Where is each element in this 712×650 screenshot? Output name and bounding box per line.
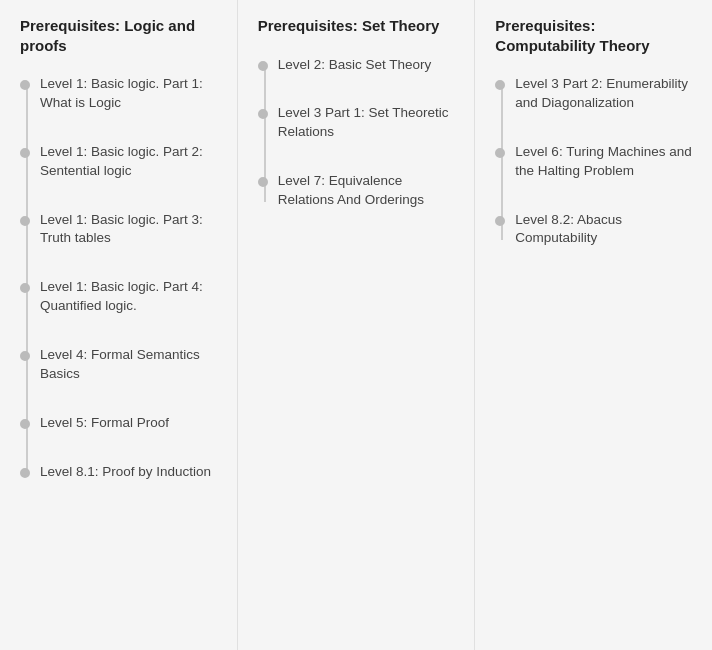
list-item[interactable]: Level 7: Equivalence Relations And Order… [278, 172, 459, 210]
list-item[interactable]: Level 4: Formal Semantics Basics [40, 346, 221, 384]
timeline-computability: Level 3 Part 2: Enumerability and Diagon… [495, 75, 696, 248]
timeline-item-text: Level 5: Formal Proof [40, 414, 221, 433]
timeline-dot [20, 419, 30, 429]
column-header-set-theory: Prerequisites: Set Theory [258, 16, 459, 36]
timeline-dot [258, 109, 268, 119]
timeline-item-text: Level 3 Part 1: Set Theoretic Relations [278, 104, 459, 142]
timeline-dot [495, 148, 505, 158]
timeline-dot [258, 177, 268, 187]
timeline-item-text: Level 1: Basic logic. Part 3: Truth tabl… [40, 211, 221, 249]
list-item[interactable]: Level 1: Basic logic. Part 2: Sentential… [40, 143, 221, 181]
list-item[interactable]: Level 1: Basic logic. Part 4: Quantified… [40, 278, 221, 316]
list-item[interactable]: Level 8.1: Proof by Induction [40, 463, 221, 482]
column-set-theory: Prerequisites: Set TheoryLevel 2: Basic … [238, 0, 476, 650]
list-item[interactable]: Level 3 Part 2: Enumerability and Diagon… [515, 75, 696, 113]
list-item[interactable]: Level 1: Basic logic. Part 3: Truth tabl… [40, 211, 221, 249]
timeline-item-text: Level 8.2: Abacus Computability [515, 211, 696, 249]
list-item[interactable]: Level 2: Basic Set Theory [278, 56, 459, 75]
timeline-dot [20, 80, 30, 90]
timeline-dot [495, 216, 505, 226]
timeline-dot [20, 216, 30, 226]
timeline-set-theory: Level 2: Basic Set TheoryLevel 3 Part 1:… [258, 56, 459, 210]
timeline-dot [258, 61, 268, 71]
timeline-item-text: Level 8.1: Proof by Induction [40, 463, 221, 482]
timeline-dot [20, 148, 30, 158]
columns-container: Prerequisites: Logic and proofsLevel 1: … [0, 0, 712, 650]
timeline-dot [20, 283, 30, 293]
timeline-item-text: Level 6: Turing Machines and the Halting… [515, 143, 696, 181]
column-logic-proofs: Prerequisites: Logic and proofsLevel 1: … [0, 0, 238, 650]
timeline-item-text: Level 1: Basic logic. Part 4: Quantified… [40, 278, 221, 316]
list-item[interactable]: Level 1: Basic logic. Part 1: What is Lo… [40, 75, 221, 113]
column-header-computability: Prerequisites: Computability Theory [495, 16, 696, 55]
timeline-item-text: Level 4: Formal Semantics Basics [40, 346, 221, 384]
list-item[interactable]: Level 6: Turing Machines and the Halting… [515, 143, 696, 181]
timeline-logic-proofs: Level 1: Basic logic. Part 1: What is Lo… [20, 75, 221, 482]
timeline-item-text: Level 3 Part 2: Enumerability and Diagon… [515, 75, 696, 113]
timeline-item-text: Level 1: Basic logic. Part 1: What is Lo… [40, 75, 221, 113]
list-item[interactable]: Level 8.2: Abacus Computability [515, 211, 696, 249]
timeline-item-text: Level 7: Equivalence Relations And Order… [278, 172, 459, 210]
timeline-dot [20, 351, 30, 361]
timeline-dot [495, 80, 505, 90]
timeline-item-text: Level 1: Basic logic. Part 2: Sentential… [40, 143, 221, 181]
column-header-logic-proofs: Prerequisites: Logic and proofs [20, 16, 221, 55]
list-item[interactable]: Level 5: Formal Proof [40, 414, 221, 433]
column-computability: Prerequisites: Computability TheoryLevel… [475, 0, 712, 650]
timeline-dot [20, 468, 30, 478]
list-item[interactable]: Level 3 Part 1: Set Theoretic Relations [278, 104, 459, 142]
timeline-item-text: Level 2: Basic Set Theory [278, 56, 459, 75]
